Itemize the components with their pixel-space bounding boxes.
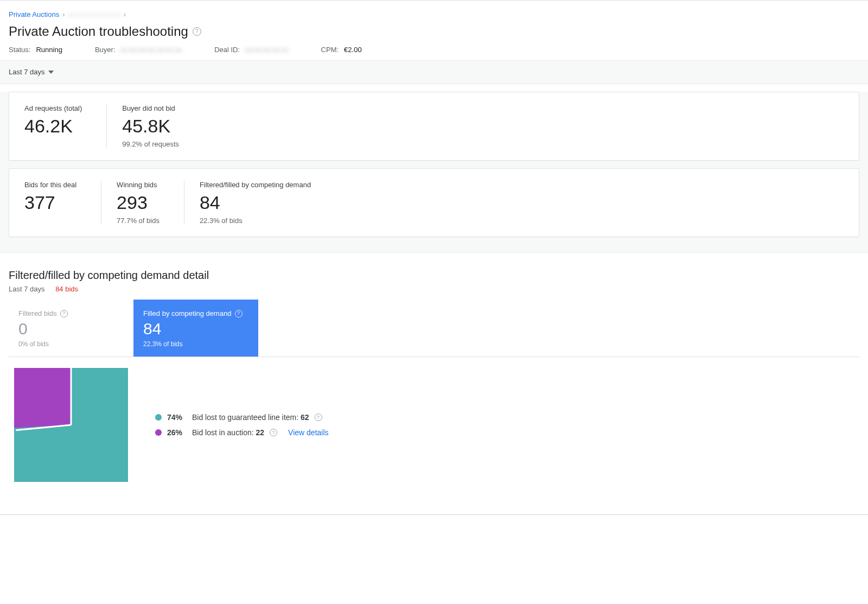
chevron-right-icon: › — [62, 10, 65, 18]
cpm-label: CPM: — [321, 46, 339, 54]
view-details-link[interactable]: View details — [288, 428, 328, 437]
tab-filtered-sub: 0% of bids — [18, 340, 124, 348]
tab-filled-competing[interactable]: Filled by competing demand ? 84 22.3% of… — [133, 300, 258, 357]
chevron-right-icon: › — [124, 10, 126, 18]
winning-bids-label: Winning bids — [117, 181, 159, 189]
tab-filled-sub: 22.3% of bids — [143, 340, 248, 348]
legend-count-auction: 22 — [256, 428, 265, 437]
status-badge: Running — [36, 46, 62, 54]
caret-down-icon — [48, 71, 54, 74]
tab-filled-label: Filled by competing demand — [143, 309, 232, 317]
filtered-filled-value: 84 — [200, 192, 311, 213]
legend-text-guaranteed: Bid lost to guaranteed line item: — [192, 413, 301, 422]
tab-filtered-label: Filtered bids — [18, 309, 57, 317]
page-title: Private Auction troubleshooting — [9, 24, 188, 39]
breadcrumb-item[interactable]: — — — — — — — [68, 10, 120, 18]
tab-filtered-value: 0 — [18, 320, 124, 338]
swatch-purple — [155, 429, 162, 436]
buyer-value: — — — — — — — — [120, 46, 182, 54]
breadcrumb-root-link[interactable]: Private Auctions — [9, 10, 59, 18]
tab-filled-value: 84 — [143, 320, 248, 338]
winning-bids-sub: 77.7% of bids — [117, 217, 159, 225]
help-icon[interactable]: ? — [270, 429, 277, 436]
legend-pct-auction: 26% — [167, 428, 187, 437]
help-icon[interactable]: ? — [235, 310, 242, 317]
legend-row-auction: 26% Bid lost in auction: 22 ? View detai… — [155, 425, 329, 440]
breadcrumb: Private Auctions › — — — — — — › — [9, 10, 859, 18]
legend-count-guaranteed: 62 — [301, 413, 309, 422]
dealid-meta: Deal ID: — — — — — — [214, 46, 288, 54]
status-meta: Status: Running — [9, 46, 62, 54]
filtered-filled-sub: 22.3% of bids — [200, 217, 311, 225]
daterange-dropdown[interactable]: Last 7 days — [9, 68, 54, 78]
ad-requests-value: 46.2K — [24, 116, 82, 137]
bids-deal-label: Bids for this deal — [24, 181, 76, 189]
detail-bid-count: 84 bids — [55, 285, 78, 293]
help-icon[interactable]: ? — [60, 310, 68, 317]
legend-text-auction: Bid lost in auction: — [192, 428, 256, 437]
help-icon[interactable]: ? — [315, 414, 322, 421]
pie-chart — [14, 368, 128, 482]
dealid-label: Deal ID: — [214, 46, 240, 54]
buyer-label: Buyer: — [95, 46, 116, 54]
winning-bids-value: 293 — [117, 192, 159, 213]
legend-row-guaranteed: 74% Bid lost to guaranteed line item: 62… — [155, 410, 329, 425]
daterange-label: Last 7 days — [9, 68, 45, 76]
status-label: Status: — [9, 46, 30, 54]
detail-daterange: Last 7 days — [9, 285, 45, 293]
swatch-teal — [155, 414, 162, 421]
cpm-meta: CPM: €2.00 — [321, 46, 362, 54]
no-bid-label: Buyer did not bid — [122, 104, 179, 112]
tab-filtered-bids[interactable]: Filtered bids ? 0 0% of bids — [9, 300, 133, 357]
bids-deal-value: 377 — [24, 192, 76, 213]
filtered-filled-label: Filtered/filled by competing demand — [200, 181, 311, 189]
cpm-value: €2.00 — [344, 46, 362, 54]
legend-pct-guaranteed: 74% — [167, 413, 187, 422]
buyer-meta: Buyer: — — — — — — — — [95, 46, 182, 54]
detail-heading: Filtered/filled by competing demand deta… — [9, 269, 859, 282]
bids-card: Bids for this deal 377 Winning bids 293 … — [9, 168, 859, 237]
no-bid-sub: 99.2% of requests — [122, 140, 179, 148]
requests-card: Ad requests (total) 46.2K Buyer did not … — [9, 92, 859, 161]
pie-legend: 74% Bid lost to guaranteed line item: 62… — [155, 410, 329, 440]
ad-requests-label: Ad requests (total) — [24, 104, 82, 112]
help-icon[interactable]: ? — [193, 27, 201, 36]
dealid-value: — — — — — — [245, 46, 288, 54]
no-bid-value: 45.8K — [122, 116, 179, 137]
